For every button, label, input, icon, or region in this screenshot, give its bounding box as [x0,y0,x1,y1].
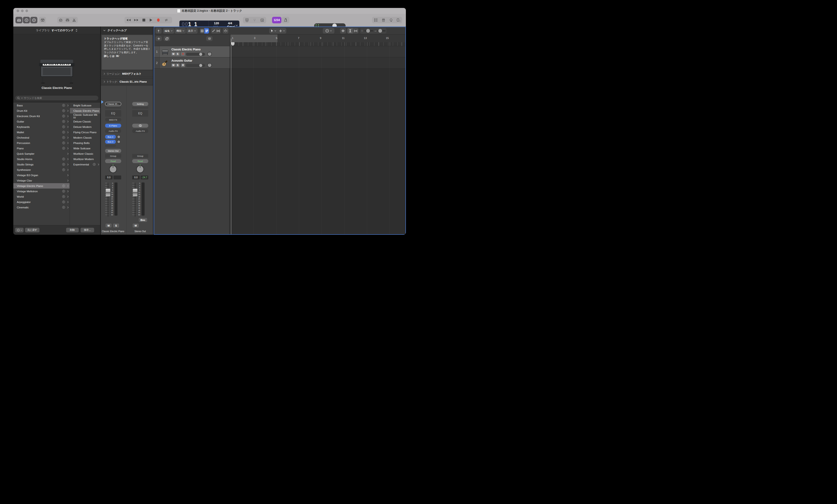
download-icon[interactable] [62,147,65,150]
quick-help-toggle-button[interactable]: ? [30,17,37,23]
track-inspector-row[interactable]: トラック: Classic El...tric Piano [101,78,154,85]
download-icon[interactable] [62,201,65,204]
download-icon[interactable] [93,163,96,166]
track-mute-button[interactable]: M [172,52,175,56]
timeline-ruler[interactable]: 13579111315 [230,35,406,46]
download-icon[interactable] [62,195,65,198]
note-pads-button[interactable] [380,17,387,23]
horizontal-fit-button[interactable] [353,28,358,34]
library-category-row[interactable]: Piano [13,146,70,151]
download-icon[interactable] [62,120,65,123]
secondary-tool-button[interactable] [278,28,286,34]
strip-audio-fx-slot[interactable]: Audio FX [132,129,148,133]
library-category-row[interactable]: Studio Strings [13,162,70,167]
download-icon[interactable] [62,104,65,107]
track-header-empty-area[interactable] [154,69,230,234]
strip-group-slot[interactable]: Group [132,154,148,158]
media-browser-button[interactable]: ♪ [395,17,402,23]
edit-menu[interactable]: 編集 [163,28,174,34]
library-category-row[interactable]: Mallet [13,130,70,135]
library-category-row[interactable]: Vintage Mellotron [13,189,70,194]
bounce-button[interactable]: Bnc [139,218,147,222]
library-category-row[interactable]: Percussion [13,140,70,146]
library-sound-row[interactable]: Classic Suitcase Mk IV [70,113,100,119]
strip-empty-slot[interactable] [132,107,148,109]
library-action-menu-button[interactable] [15,228,23,232]
download-icon[interactable] [62,142,65,145]
download-icon[interactable] [62,190,65,193]
vertical-zoom-slider[interactable] [364,30,373,32]
track-name[interactable]: Classic Electric Piano [172,48,201,51]
play-button[interactable] [147,17,154,23]
strip-output-button[interactable]: Stereo Out [105,149,121,153]
ruler-ticks[interactable] [230,42,406,46]
pan-knob[interactable] [136,165,144,173]
grid-view-button[interactable] [200,28,204,34]
download-icon[interactable] [62,206,65,209]
loop-browser-button[interactable] [387,17,395,23]
forward-button[interactable] [132,17,140,23]
record-button[interactable] [154,17,162,23]
fader-cap[interactable] [106,189,110,197]
track-solo-button[interactable]: S [176,52,180,56]
horizontal-zoom-thumb[interactable] [378,29,382,33]
crossfade-button[interactable] [216,28,221,34]
view-menu[interactable]: 表示 [186,28,198,34]
horizontal-zoom-slider[interactable] [377,30,386,32]
more-options-button[interactable] [323,28,334,34]
functions-menu[interactable]: 機能 [175,28,186,34]
download-icon[interactable] [62,163,65,166]
library-sound-row[interactable]: Experimental [70,162,100,167]
library-sound-row[interactable]: Modern Classic [70,135,100,140]
track-volume-thumb[interactable] [199,53,202,56]
library-sound-row[interactable]: Deluxe Classic [70,119,100,124]
track-lane-2[interactable] [230,57,406,69]
volume-value[interactable]: 0.0 [105,175,112,180]
track-record-button[interactable]: R [181,63,185,67]
pointer-tool-button[interactable] [269,28,278,34]
no-input-monitoring-button[interactable] [243,17,251,23]
strip-instrument-slot[interactable]: E-Piano [105,124,121,128]
track-header-1[interactable]: 1 Classic Electric Piano M S R [154,46,230,57]
fader-cap[interactable] [132,189,138,197]
duplicate-track-button[interactable] [164,36,170,41]
download-icon[interactable] [62,109,65,112]
track-list-button[interactable] [372,17,380,23]
library-category-row[interactable]: Bass [13,102,70,108]
strip-automation-mode[interactable]: Read [105,159,121,163]
library-category-row[interactable]: Electronic Drum Kit [13,113,70,119]
download-icon[interactable] [62,157,65,161]
save-button[interactable]: 保存... [81,228,94,232]
search-scope-chevron-icon[interactable] [21,97,23,99]
library-sound-row[interactable]: Wurlitzer Classic [70,151,100,156]
vertical-zoom-thumb[interactable] [366,29,370,33]
automation-button[interactable] [211,28,216,34]
updown-chevron-icon[interactable] [75,29,77,32]
library-category-row[interactable]: Arpeggiator [13,199,70,205]
library-category-row[interactable]: Guitar [13,119,70,124]
strip-audio-fx-slot[interactable]: Audio FX [105,129,121,133]
mixer-button[interactable] [64,17,71,23]
track-record-button[interactable]: R [181,52,185,56]
back-button[interactable] [156,28,162,34]
track-pan-knob[interactable] [207,63,212,68]
smart-controls-button[interactable] [57,17,64,23]
pan-knob[interactable] [109,165,117,173]
library-category-row[interactable]: Vintage Electric Piano [13,183,70,189]
tuner-button[interactable] [251,17,258,23]
library-category-row[interactable]: Quick Sampler [13,151,70,156]
lcd-tempo-value[interactable]: 120 [214,21,219,25]
library-category-row[interactable]: World [13,194,70,199]
solo-mode-button[interactable]: S [258,17,266,23]
lcd-time-signature[interactable]: 4/4 [228,21,232,25]
library-sound-row[interactable]: Deluxe Modern [70,124,100,130]
rewind-button[interactable] [124,17,132,23]
library-sound-row[interactable]: Flying Circus Piano [70,130,100,135]
library-sound-row[interactable]: Wurlitzer Modern [70,156,100,162]
download-icon[interactable] [62,168,65,171]
quick-help-header[interactable]: クイックヘルプ [101,26,154,34]
playhead-line[interactable] [231,38,231,234]
download-icon[interactable] [62,184,65,187]
library-category-row[interactable]: Drum Kit [13,108,70,113]
metronome-button[interactable] [282,17,289,23]
